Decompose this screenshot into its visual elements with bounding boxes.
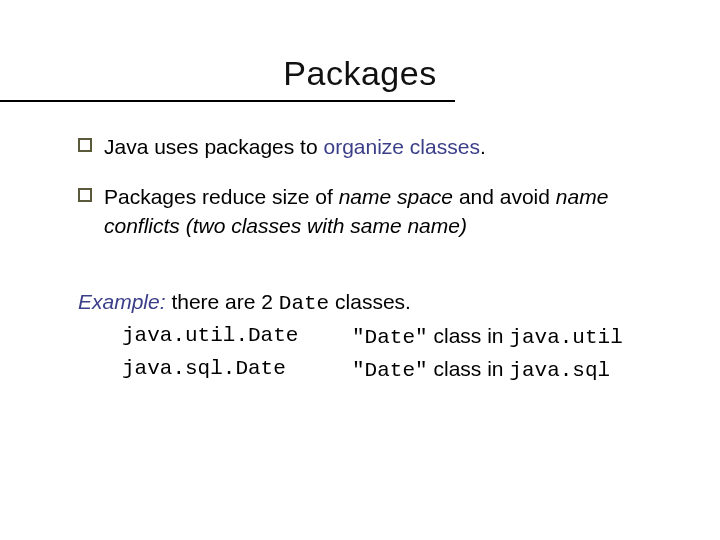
example-code-left: java.sql.Date [122, 353, 352, 387]
example-intro-post: classes. [329, 290, 411, 313]
example-mid: class in [428, 357, 510, 380]
example-block: Example: there are 2 Date classes. java.… [0, 262, 720, 387]
example-intro: Example: there are 2 Date classes. [78, 286, 660, 320]
example-pkg: java.sql [509, 359, 610, 382]
example-desc: "Date" class in java.util [352, 320, 623, 354]
bullet-text-italic: name space [339, 185, 453, 208]
bullet-text-pre: Java uses packages to [104, 135, 323, 158]
bullet-square-icon [78, 188, 92, 202]
bullet-text-accent: organize classes [323, 135, 479, 158]
title-underline [0, 100, 455, 102]
example-intro-pre: there are 2 [166, 290, 279, 313]
example-row: java.util.Date "Date" class in java.util [78, 320, 660, 354]
example-code-left: java.util.Date [122, 320, 352, 354]
title-area: Packages [0, 0, 720, 93]
example-intro-code: Date [279, 292, 329, 315]
example-row: java.sql.Date "Date" class in java.sql [78, 353, 660, 387]
bullet-text-pre: Packages reduce size of [104, 185, 339, 208]
bullet-item: Packages reduce size of name space and a… [78, 183, 660, 240]
example-desc: "Date" class in java.sql [352, 353, 610, 387]
body: Java uses packages to organize classes. … [0, 93, 720, 240]
example-mid: class in [428, 324, 510, 347]
example-label: Example: [78, 290, 166, 313]
slide: Packages Java uses packages to organize … [0, 0, 720, 540]
bullet-square-icon [78, 138, 92, 152]
bullet-text-post: . [480, 135, 486, 158]
example-pkg: java.util [509, 326, 622, 349]
example-quote: "Date" [352, 359, 428, 382]
bullet-text-mid: and avoid [453, 185, 556, 208]
slide-title: Packages [0, 54, 720, 93]
bullet-item: Java uses packages to organize classes. [78, 133, 660, 161]
example-quote: "Date" [352, 326, 428, 349]
